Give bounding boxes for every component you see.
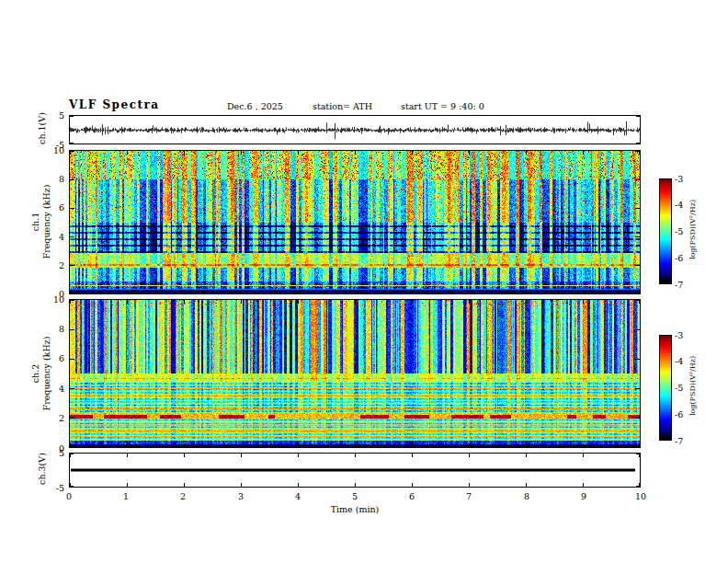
xtick-label: 1 <box>117 491 135 501</box>
ch2-colorbar <box>659 335 672 441</box>
cbar-tick-label: -4 <box>675 200 683 210</box>
start-ut-label: start UT = 9 :40: 0 <box>401 101 484 111</box>
ch1-colorbar-label: log(PSD)(V²/Hz) <box>688 189 697 271</box>
xtick-label: 7 <box>460 491 478 501</box>
cbar-tick-label: -7 <box>675 280 683 290</box>
cbar-tick-label: -5 <box>675 383 683 393</box>
ch2-colorbar-label: log(PSD)(V²/Hz) <box>688 345 697 428</box>
xtick-label: 2 <box>174 491 192 501</box>
xtick-label: 0 <box>60 491 78 501</box>
xtick-label: 4 <box>289 491 307 501</box>
ch2-spectrogram-canvas <box>69 299 641 448</box>
ytick-label: 5 <box>44 110 64 121</box>
xtick-label: 6 <box>403 491 421 501</box>
xaxis-title: Time (min) <box>309 504 401 514</box>
cbar-tick-label: -7 <box>675 436 683 446</box>
ch1-wave-ylabel: ch.1(V) <box>37 83 47 175</box>
date-label: Dec.6 , 2025 <box>227 101 283 111</box>
cbar-tick-label: -6 <box>675 253 683 263</box>
cbar-tick-label: -5 <box>675 226 683 236</box>
xtick-label: 10 <box>631 491 650 501</box>
ch1-colorbar <box>659 178 672 284</box>
vlf-spectra-figure: VLF Spectra Dec.6 , 2025 station= ATH st… <box>0 0 728 563</box>
ch1-waveform-canvas <box>69 115 641 144</box>
cbar-tick-label: -3 <box>675 330 683 340</box>
cbar-tick-label: -3 <box>675 174 683 184</box>
station-label: station= ATH <box>313 101 372 111</box>
ch2-spec-ylabel-line2: Frequency (kHz) <box>41 332 52 415</box>
xtick-label: 5 <box>346 491 364 501</box>
ytick-label: 5 <box>44 448 64 458</box>
ch1-spectrogram-canvas <box>69 150 641 294</box>
ch1-spec-ylabel: ch.1 Frequency (kHz) <box>30 180 52 263</box>
ytick-label: 10 <box>44 145 64 155</box>
xtick-label: 3 <box>232 491 250 501</box>
ch3-wave-ylabel: ch.3(V) <box>37 423 47 515</box>
xtick-label: 9 <box>574 491 593 501</box>
ch3-waveform-canvas <box>69 453 641 488</box>
ch2-spec-ylabel-line1: ch.2 <box>30 332 41 415</box>
plot-title: VLF Spectra <box>69 98 160 111</box>
ch2-spec-ylabel: ch.2 Frequency (kHz) <box>30 332 52 415</box>
xtick-label: 8 <box>518 491 536 501</box>
ch1-spec-ylabel-line1: ch.1 <box>30 180 41 263</box>
ytick-label: 10 <box>44 294 64 304</box>
ch1-spec-ylabel-line2: Frequency (kHz) <box>41 180 52 263</box>
cbar-tick-label: -4 <box>675 356 683 366</box>
cbar-tick-label: -6 <box>675 409 683 419</box>
